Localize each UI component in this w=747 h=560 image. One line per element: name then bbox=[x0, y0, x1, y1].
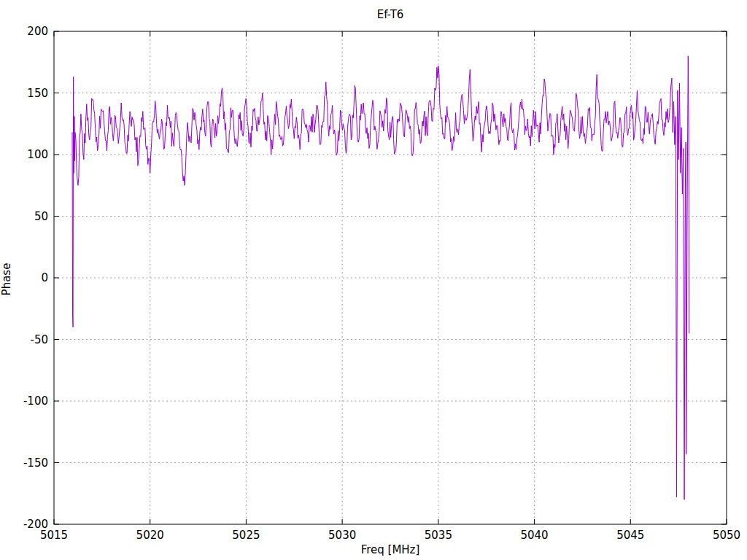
x-tick-label: 5030 bbox=[328, 529, 356, 542]
y-axis-label: Phase bbox=[0, 263, 13, 296]
chart-svg: Ef-T6 Freq [MHz] Phase 50155020502550305… bbox=[0, 0, 747, 560]
tick-labels: 50155020502550305035504050455050-200-150… bbox=[23, 25, 740, 542]
y-tick-label: -200 bbox=[23, 518, 48, 531]
x-tick-label: 5035 bbox=[425, 529, 452, 542]
y-tick-label: 100 bbox=[27, 148, 48, 161]
y-tick-label: 200 bbox=[27, 25, 48, 38]
y-tick-label: 150 bbox=[27, 87, 48, 100]
x-tick-label: 5020 bbox=[136, 529, 164, 542]
x-tick-label: 5050 bbox=[713, 529, 740, 542]
x-tick-label: 5045 bbox=[616, 529, 644, 542]
y-tick-label: 0 bbox=[41, 271, 48, 284]
y-tick-label: -100 bbox=[23, 394, 48, 408]
y-tick-label: -50 bbox=[31, 333, 49, 346]
x-axis-label: Freq [MHz] bbox=[361, 543, 420, 556]
axis-labels: Ef-T6 Freq [MHz] Phase bbox=[0, 8, 419, 556]
chart: Ef-T6 Freq [MHz] Phase 50155020502550305… bbox=[0, 0, 747, 560]
x-tick-label: 5040 bbox=[520, 529, 548, 542]
x-tick-label: 5025 bbox=[232, 529, 260, 542]
y-tick-label: -150 bbox=[23, 456, 48, 470]
y-tick-label: 50 bbox=[34, 210, 48, 223]
chart-title: Ef-T6 bbox=[377, 8, 404, 21]
